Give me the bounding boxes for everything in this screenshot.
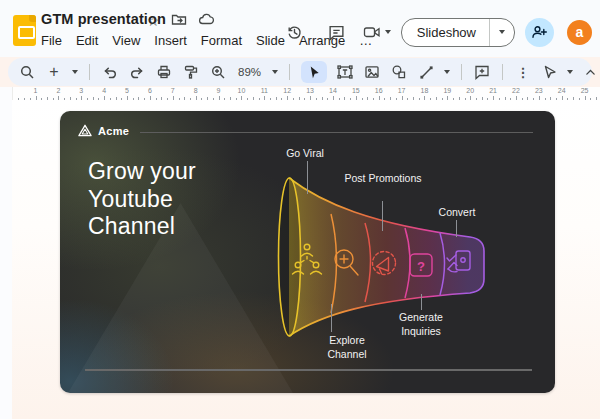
person-add-icon — [531, 24, 548, 40]
toolbar-divider — [289, 64, 290, 80]
svg-text:?: ? — [417, 259, 425, 274]
menu-format[interactable]: Format — [194, 31, 249, 50]
editor-canvas[interactable]: Acme Grow your Youtube Channel — [12, 100, 600, 419]
label-connector-generate-inquiries — [421, 294, 422, 310]
zoom-level-value[interactable]: 89% — [236, 66, 263, 78]
paint-format-icon[interactable] — [182, 63, 200, 81]
share-button[interactable] — [525, 18, 554, 47]
move-folder-icon[interactable] — [171, 11, 187, 31]
label-connector-explore-channel — [331, 304, 332, 332]
funnel-label-convert[interactable]: Convert — [417, 206, 497, 220]
label-connector-post-promotions — [382, 201, 383, 231]
label-connector-convert — [456, 220, 457, 237]
comment-icon[interactable] — [321, 16, 353, 48]
label-connector-go-viral — [307, 161, 308, 194]
chevron-down-icon — [385, 30, 391, 34]
redo-icon[interactable] — [128, 63, 146, 81]
horizontal-ruler[interactable]: 1234567891011121314151617181920212223242… — [12, 87, 600, 100]
print-icon[interactable] — [155, 63, 173, 81]
version-history-icon[interactable] — [279, 16, 311, 48]
menu-view[interactable]: View — [105, 31, 147, 50]
menu-edit[interactable]: Edit — [69, 31, 105, 50]
slide-canvas[interactable]: Acme Grow your Youtube Channel — [60, 111, 555, 393]
select-tool-active[interactable] — [301, 61, 327, 83]
toolbar-divider — [502, 64, 503, 80]
slideshow-split-button: Slideshow — [401, 18, 515, 47]
cloud-saved-icon[interactable] — [198, 12, 215, 31]
zoom-dropdown-icon[interactable] — [272, 70, 278, 74]
insert-shape-icon[interactable] — [390, 63, 408, 81]
insert-image-icon[interactable] — [363, 63, 381, 81]
menu-insert[interactable]: Insert — [147, 31, 194, 50]
new-slide-dropdown-icon[interactable] — [72, 70, 78, 74]
star-icon[interactable]: ☆ — [147, 13, 160, 29]
slideshow-dropdown[interactable] — [489, 19, 514, 46]
search-menus-icon[interactable] — [18, 63, 36, 81]
zoom-in-icon[interactable] — [209, 63, 227, 81]
funnel-label-explore-channel[interactable]: Explore Channel — [315, 334, 379, 361]
more-options-icon[interactable]: ⋮ — [514, 63, 532, 81]
menu-file[interactable]: File — [34, 31, 69, 50]
funnel-label-generate-inquiries[interactable]: Generate Inquiries — [386, 311, 456, 338]
collapse-toolbar-icon[interactable] — [581, 63, 599, 81]
funnel-mouth — [279, 178, 301, 336]
chevron-down-icon — [499, 30, 505, 34]
toolbar-divider — [89, 64, 90, 80]
meet-camera-control[interactable] — [363, 24, 391, 40]
slides-app-icon[interactable] — [13, 15, 36, 46]
pen-tools-icon[interactable] — [541, 63, 559, 81]
funnel-label-go-viral[interactable]: Go Viral — [265, 147, 345, 161]
add-comment-icon[interactable] — [473, 63, 491, 81]
line-dropdown-icon[interactable] — [444, 70, 450, 74]
insert-line-icon[interactable] — [417, 63, 435, 81]
slides-icon-inner — [18, 26, 35, 39]
pen-tools-dropdown-icon[interactable] — [567, 70, 573, 74]
account-avatar[interactable]: a — [567, 20, 592, 45]
toolbar-divider — [461, 64, 462, 80]
undo-icon[interactable] — [101, 63, 119, 81]
funnel-label-post-promotions[interactable]: Post Promotions — [343, 172, 423, 186]
app-header: GTM presentation ☆ File Edit View Insert… — [0, 0, 600, 57]
text-box-icon[interactable] — [336, 63, 354, 81]
slideshow-button[interactable]: Slideshow — [402, 19, 489, 46]
new-slide-button[interactable]: + — [45, 63, 63, 81]
camera-icon — [363, 24, 382, 40]
slides-icon-fold — [29, 15, 36, 22]
main-toolbar: + 89% — [8, 58, 592, 86]
